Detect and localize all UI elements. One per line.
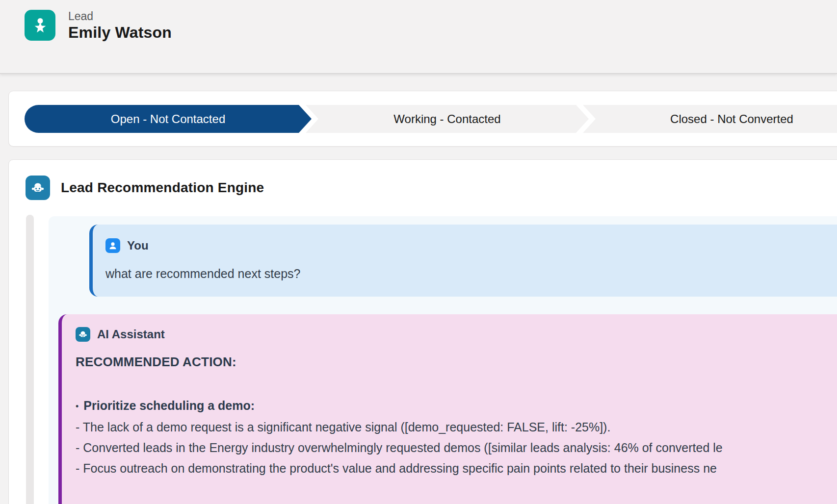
lead-star-person-icon — [25, 10, 55, 41]
ai-sender-name: AI Assistant — [97, 328, 165, 341]
robot-icon — [76, 327, 90, 342]
bullet-icon: • — [76, 402, 78, 411]
ai-recommended-action-heading: RECOMMENDED ACTION: — [76, 354, 837, 370]
user-sender-name: You — [127, 239, 149, 252]
record-name: Emily Watson — [68, 23, 172, 42]
path-stage-working-contacted[interactable]: Working - Contacted — [306, 105, 589, 133]
path-stage-open-not-contacted[interactable]: Open - Not Contacted — [25, 105, 312, 133]
sales-path: Open - Not Contacted Working - Contacted… — [25, 105, 837, 133]
path-stage-label: Working - Contacted — [393, 112, 500, 126]
sales-path-card: Open - Not Contacted Working - Contacted… — [8, 91, 837, 147]
lead-recommendation-card: Lead Recommendation Engine You what are … — [8, 159, 837, 504]
page-header: Lead Emily Watson — [0, 0, 837, 74]
ai-detail-line: - Focus outreach on demonstrating the pr… — [76, 458, 837, 479]
path-stage-label: Open - Not Contacted — [111, 112, 225, 126]
user-message-text: what are recommended next steps? — [105, 267, 837, 281]
panel-title: Lead Recommendation Engine — [61, 180, 264, 196]
entity-label: Lead — [68, 10, 172, 23]
ai-bullet-title: Prioritize scheduling a demo: — [83, 399, 255, 412]
chat-transcript: You what are recommended next steps? — [49, 216, 837, 504]
robot-icon — [26, 176, 50, 200]
chat-scrollbar[interactable] — [26, 215, 34, 504]
ai-bullet-line: •Prioritize scheduling a demo: — [76, 395, 837, 417]
person-icon — [105, 238, 120, 253]
path-stage-label: Closed - Not Converted — [670, 112, 793, 126]
ai-detail-line: - Converted leads in the Energy industry… — [76, 437, 837, 458]
path-stage-closed-not-converted[interactable]: Closed - Not Converted — [583, 105, 837, 133]
ai-message-bubble: AI Assistant RECOMMENDED ACTION: •Priori… — [58, 314, 837, 504]
ai-message-body: •Prioritize scheduling a demo: - The lac… — [76, 395, 837, 479]
user-message-bubble: You what are recommended next steps? — [89, 225, 837, 297]
ai-detail-line: - The lack of a demo request is a signif… — [76, 417, 837, 437]
